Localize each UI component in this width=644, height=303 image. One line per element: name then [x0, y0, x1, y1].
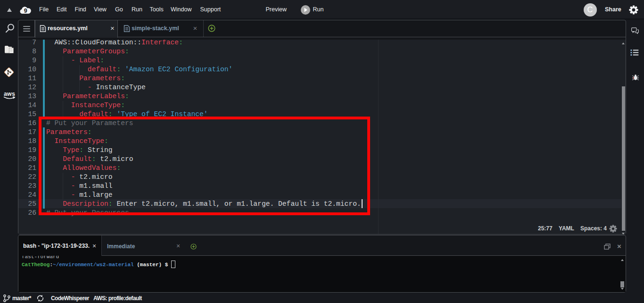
svg-text:9: 9: [24, 8, 27, 14]
